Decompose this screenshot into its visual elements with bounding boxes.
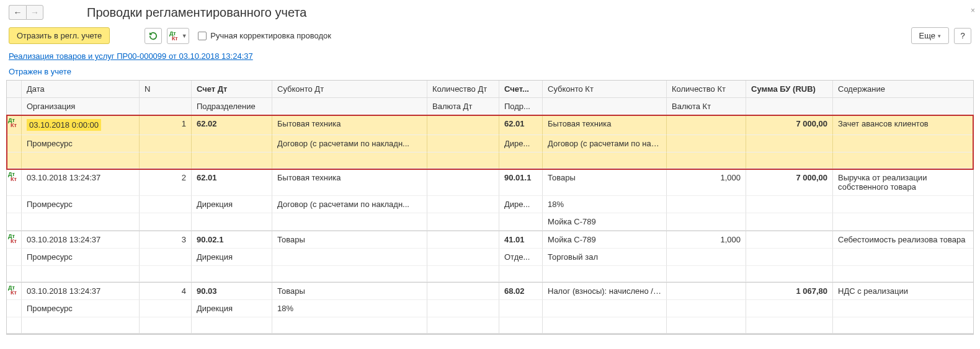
postings-grid: Дата N Счет Дт Субконто Дт Количество Дт… (6, 80, 974, 335)
col-sub-kt[interactable]: Субконто Кт (543, 81, 667, 97)
cell-sub-kt-3 (543, 152, 667, 169)
cell-sub-kt-2: Договор (с расчетами по накла... (543, 135, 667, 152)
cell-dept-dt: Дирекция (192, 300, 272, 317)
nav-forward-button[interactable]: → (26, 5, 43, 20)
col-dept[interactable]: Подразделение (192, 98, 272, 115)
cell-cur-kt (667, 196, 746, 213)
cell-sum (746, 231, 833, 249)
cell-sum: 1 067,80 (746, 283, 833, 300)
dtkt-icon: ДтКт (8, 234, 17, 244)
table-row[interactable]: ДтКт 03.10.2018 0:00:00 1 62.02 Бытовая … (7, 115, 973, 169)
table-row[interactable]: ДтКт 03.10.2018 13:24:37 4 90.03 Товары … (7, 283, 973, 334)
cell-cur-dt (427, 249, 499, 266)
col-org[interactable]: Организация (22, 98, 140, 115)
cell-date: 03.10.2018 13:24:37 (22, 283, 140, 300)
cell-acct-kt: 68.02 (499, 283, 543, 300)
cell-qty-dt (427, 115, 499, 135)
cell-qty-dt (427, 231, 499, 249)
col-desc[interactable]: Содержание (833, 81, 973, 97)
dtkt-icon: ДтКт (8, 172, 17, 182)
cell-sub-dt-2: Договор (с расчетами по накладн... (272, 196, 427, 213)
col-qty-dt[interactable]: Количество Дт (427, 81, 499, 97)
table-row[interactable]: ДтКт 03.10.2018 13:24:37 2 62.01 Бытовая… (7, 169, 973, 231)
col-sub-dt[interactable]: Субконто Дт (272, 81, 427, 97)
table-row[interactable]: ДтКт 03.10.2018 13:24:37 3 90.02.1 Товар… (7, 231, 973, 283)
cell-sub-kt: Мойка C-789 (543, 231, 667, 249)
chevron-down-icon: ▼ (182, 33, 187, 39)
cell-acct-dt: 62.02 (192, 115, 272, 135)
cell-sub-kt-3 (543, 266, 667, 282)
nav-back-button[interactable]: ← (9, 5, 26, 20)
manual-correction-checkbox[interactable] (198, 32, 207, 40)
cell-dept-kt (499, 300, 543, 317)
cell-sub-kt-2: Торговый зал (543, 249, 667, 266)
cell-sub-dt-2 (272, 249, 427, 266)
cell-acct-kt: 41.01 (499, 231, 543, 249)
col-date[interactable]: Дата (22, 81, 140, 97)
cell-acct-dt: 90.02.1 (192, 231, 272, 249)
cell-sub-dt-2: 18% (272, 300, 427, 317)
cell-org: Промресурс (22, 196, 140, 213)
reflect-button[interactable]: Отразить в регл. учете (9, 27, 110, 44)
cell-date: 03.10.2018 13:24:37 (22, 169, 140, 196)
col-qty-kt[interactable]: Количество Кт (667, 81, 746, 97)
cell-cur-dt (427, 300, 499, 317)
cell-dept-dt: Дирекция (192, 196, 272, 213)
cell-sub-dt: Бытовая техника (272, 169, 427, 196)
cell-dept-dt (192, 135, 272, 152)
cell-qty-dt (427, 169, 499, 196)
cell-desc: Себестоимость реализова товара (833, 231, 973, 249)
cell-cur-kt (667, 249, 746, 266)
cell-date: 03.10.2018 0:00:00 (22, 115, 140, 135)
dtkt-icon: ДтКт (8, 285, 17, 295)
dtkt-button[interactable]: ДтКт ▼ (167, 28, 189, 44)
cell-acct-dt: 62.01 (192, 169, 272, 196)
cell-dept-dt: Дирекция (192, 249, 272, 266)
help-button[interactable]: ? (954, 28, 971, 44)
dtkt-icon: ДтКт (8, 118, 17, 128)
dtkt-icon: ДтКт (169, 31, 178, 41)
cell-desc: Выручка от реализации собственного товар… (833, 169, 973, 196)
cell-cur-kt (667, 300, 746, 317)
cell-acct-dt: 90.03 (192, 283, 272, 300)
cell-sub-dt-3 (272, 266, 427, 282)
chevron-down-icon: ▾ (938, 33, 941, 39)
cell-n: 4 (140, 283, 192, 300)
col-dept-kt[interactable]: Подр... (499, 98, 543, 115)
cell-sub-kt: Бытовая техника (543, 115, 667, 135)
refresh-button[interactable] (145, 28, 162, 44)
cell-sub-dt-2: Договор (с расчетами по накладн... (272, 135, 427, 152)
more-button[interactable]: Еще ▾ (911, 27, 949, 44)
col-acct-kt[interactable]: Счет... (499, 81, 543, 97)
col-cur-kt[interactable]: Валюта Кт (667, 98, 746, 115)
cell-org: Промресурс (22, 135, 140, 152)
cell-desc: НДС с реализации (833, 283, 973, 300)
cell-sum: 7 000,00 (746, 115, 833, 135)
cell-sub-kt-3 (543, 317, 667, 334)
col-cur-dt[interactable]: Валюта Дт (427, 98, 499, 115)
status-text: Отражен в учете (9, 67, 71, 76)
cell-qty-dt (427, 283, 499, 300)
cell-desc: Зачет авансов клиентов (833, 115, 973, 135)
cell-sub-dt: Бытовая техника (272, 115, 427, 135)
cell-dept-kt: Отде... (499, 249, 543, 266)
cell-n: 3 (140, 231, 192, 249)
cell-cur-dt (427, 135, 499, 152)
document-link[interactable]: Реализация товаров и услуг ПР00-000099 о… (9, 51, 253, 61)
cell-sub-dt-3 (272, 317, 427, 334)
col-acct-dt[interactable]: Счет Дт (192, 81, 272, 97)
cell-dept-kt: Дире... (499, 135, 543, 152)
page-title: Проводки регламентированного учета (87, 6, 306, 20)
cell-qty-kt (667, 283, 746, 300)
cell-sub-kt: Налог (взносы): начислено / уп... (543, 283, 667, 300)
manual-correction-label: Ручная корректировка проводок (210, 31, 331, 40)
cell-sub-dt: Товары (272, 231, 427, 249)
cell-sub-kt-2 (543, 300, 667, 317)
cell-qty-kt: 1,000 (667, 231, 746, 249)
cell-qty-kt (667, 115, 746, 135)
close-icon[interactable]: × (971, 6, 975, 15)
col-sum[interactable]: Сумма БУ (RUB) (746, 81, 833, 97)
col-n[interactable]: N (140, 81, 192, 97)
cell-acct-kt: 90.01.1 (499, 169, 543, 196)
cell-acct-kt: 62.01 (499, 115, 543, 135)
